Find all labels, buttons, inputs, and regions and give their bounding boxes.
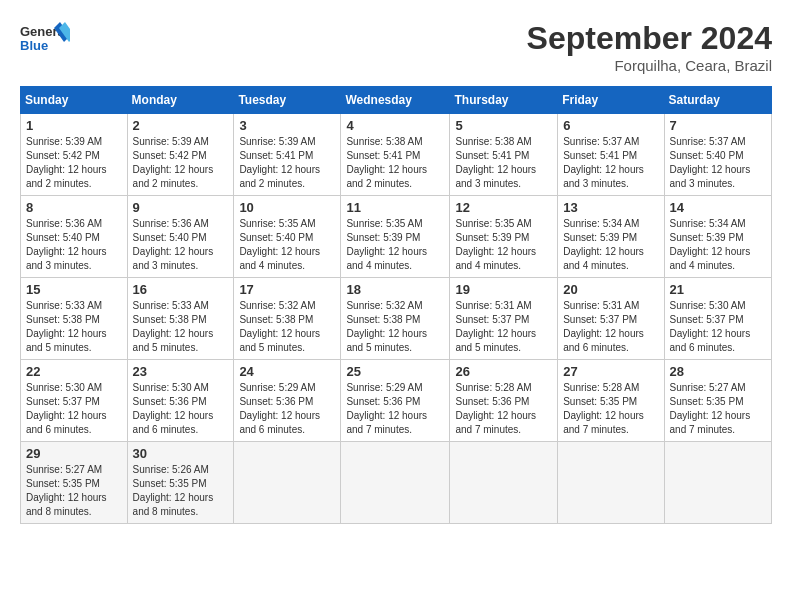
calendar-cell: 12 Sunrise: 5:35 AM Sunset: 5:39 PM Dayl… [450,196,558,278]
col-monday: Monday [127,87,234,114]
calendar-cell: 15 Sunrise: 5:33 AM Sunset: 5:38 PM Dayl… [21,278,128,360]
day-number: 2 [133,118,229,133]
day-info: Sunrise: 5:36 AM Sunset: 5:40 PM Dayligh… [26,217,122,273]
calendar-cell: 5 Sunrise: 5:38 AM Sunset: 5:41 PM Dayli… [450,114,558,196]
logo-svg: General Blue [20,20,70,60]
calendar-week-2: 8 Sunrise: 5:36 AM Sunset: 5:40 PM Dayli… [21,196,772,278]
day-info: Sunrise: 5:35 AM Sunset: 5:40 PM Dayligh… [239,217,335,273]
day-number: 25 [346,364,444,379]
col-sunday: Sunday [21,87,128,114]
day-info: Sunrise: 5:35 AM Sunset: 5:39 PM Dayligh… [455,217,552,273]
calendar-cell: 3 Sunrise: 5:39 AM Sunset: 5:41 PM Dayli… [234,114,341,196]
col-friday: Friday [558,87,664,114]
calendar-cell: 8 Sunrise: 5:36 AM Sunset: 5:40 PM Dayli… [21,196,128,278]
day-info: Sunrise: 5:37 AM Sunset: 5:41 PM Dayligh… [563,135,658,191]
calendar-cell [664,442,771,524]
header: General Blue September 2024 Forquilha, C… [20,20,772,74]
day-number: 3 [239,118,335,133]
day-info: Sunrise: 5:27 AM Sunset: 5:35 PM Dayligh… [670,381,766,437]
day-info: Sunrise: 5:30 AM Sunset: 5:37 PM Dayligh… [26,381,122,437]
day-info: Sunrise: 5:39 AM Sunset: 5:42 PM Dayligh… [26,135,122,191]
location: Forquilha, Ceara, Brazil [527,57,772,74]
day-number: 15 [26,282,122,297]
day-number: 6 [563,118,658,133]
day-number: 5 [455,118,552,133]
title-area: September 2024 Forquilha, Ceara, Brazil [527,20,772,74]
day-number: 13 [563,200,658,215]
day-info: Sunrise: 5:38 AM Sunset: 5:41 PM Dayligh… [346,135,444,191]
calendar-cell [558,442,664,524]
day-number: 30 [133,446,229,461]
day-number: 7 [670,118,766,133]
calendar-cell: 25 Sunrise: 5:29 AM Sunset: 5:36 PM Dayl… [341,360,450,442]
day-info: Sunrise: 5:27 AM Sunset: 5:35 PM Dayligh… [26,463,122,519]
day-info: Sunrise: 5:29 AM Sunset: 5:36 PM Dayligh… [239,381,335,437]
calendar-cell [341,442,450,524]
day-number: 14 [670,200,766,215]
calendar-cell [234,442,341,524]
day-info: Sunrise: 5:37 AM Sunset: 5:40 PM Dayligh… [670,135,766,191]
calendar-cell: 11 Sunrise: 5:35 AM Sunset: 5:39 PM Dayl… [341,196,450,278]
svg-text:Blue: Blue [20,38,48,53]
day-number: 9 [133,200,229,215]
page: General Blue September 2024 Forquilha, C… [0,0,792,534]
day-info: Sunrise: 5:33 AM Sunset: 5:38 PM Dayligh… [26,299,122,355]
day-number: 27 [563,364,658,379]
day-number: 18 [346,282,444,297]
calendar-cell: 10 Sunrise: 5:35 AM Sunset: 5:40 PM Dayl… [234,196,341,278]
day-number: 8 [26,200,122,215]
day-number: 19 [455,282,552,297]
calendar-cell: 6 Sunrise: 5:37 AM Sunset: 5:41 PM Dayli… [558,114,664,196]
day-number: 26 [455,364,552,379]
calendar-cell: 22 Sunrise: 5:30 AM Sunset: 5:37 PM Dayl… [21,360,128,442]
logo: General Blue [20,20,70,60]
day-number: 4 [346,118,444,133]
day-number: 28 [670,364,766,379]
col-wednesday: Wednesday [341,87,450,114]
col-tuesday: Tuesday [234,87,341,114]
calendar-week-5: 29 Sunrise: 5:27 AM Sunset: 5:35 PM Dayl… [21,442,772,524]
calendar-cell: 14 Sunrise: 5:34 AM Sunset: 5:39 PM Dayl… [664,196,771,278]
day-number: 24 [239,364,335,379]
calendar-cell: 28 Sunrise: 5:27 AM Sunset: 5:35 PM Dayl… [664,360,771,442]
calendar-cell: 4 Sunrise: 5:38 AM Sunset: 5:41 PM Dayli… [341,114,450,196]
day-number: 22 [26,364,122,379]
calendar-table: Sunday Monday Tuesday Wednesday Thursday… [20,86,772,524]
calendar-cell: 1 Sunrise: 5:39 AM Sunset: 5:42 PM Dayli… [21,114,128,196]
day-info: Sunrise: 5:39 AM Sunset: 5:42 PM Dayligh… [133,135,229,191]
day-info: Sunrise: 5:32 AM Sunset: 5:38 PM Dayligh… [239,299,335,355]
day-info: Sunrise: 5:36 AM Sunset: 5:40 PM Dayligh… [133,217,229,273]
day-info: Sunrise: 5:38 AM Sunset: 5:41 PM Dayligh… [455,135,552,191]
calendar-cell: 29 Sunrise: 5:27 AM Sunset: 5:35 PM Dayl… [21,442,128,524]
calendar-cell: 2 Sunrise: 5:39 AM Sunset: 5:42 PM Dayli… [127,114,234,196]
day-number: 23 [133,364,229,379]
col-thursday: Thursday [450,87,558,114]
day-info: Sunrise: 5:28 AM Sunset: 5:35 PM Dayligh… [563,381,658,437]
day-info: Sunrise: 5:34 AM Sunset: 5:39 PM Dayligh… [563,217,658,273]
day-number: 21 [670,282,766,297]
calendar-header-row: Sunday Monday Tuesday Wednesday Thursday… [21,87,772,114]
day-info: Sunrise: 5:30 AM Sunset: 5:36 PM Dayligh… [133,381,229,437]
day-number: 11 [346,200,444,215]
calendar-week-1: 1 Sunrise: 5:39 AM Sunset: 5:42 PM Dayli… [21,114,772,196]
day-info: Sunrise: 5:31 AM Sunset: 5:37 PM Dayligh… [563,299,658,355]
day-info: Sunrise: 5:31 AM Sunset: 5:37 PM Dayligh… [455,299,552,355]
calendar-cell: 7 Sunrise: 5:37 AM Sunset: 5:40 PM Dayli… [664,114,771,196]
day-info: Sunrise: 5:32 AM Sunset: 5:38 PM Dayligh… [346,299,444,355]
day-number: 29 [26,446,122,461]
day-info: Sunrise: 5:29 AM Sunset: 5:36 PM Dayligh… [346,381,444,437]
calendar-cell: 16 Sunrise: 5:33 AM Sunset: 5:38 PM Dayl… [127,278,234,360]
day-info: Sunrise: 5:26 AM Sunset: 5:35 PM Dayligh… [133,463,229,519]
day-number: 16 [133,282,229,297]
day-info: Sunrise: 5:34 AM Sunset: 5:39 PM Dayligh… [670,217,766,273]
calendar-cell: 30 Sunrise: 5:26 AM Sunset: 5:35 PM Dayl… [127,442,234,524]
day-info: Sunrise: 5:30 AM Sunset: 5:37 PM Dayligh… [670,299,766,355]
day-number: 1 [26,118,122,133]
calendar-cell [450,442,558,524]
day-info: Sunrise: 5:33 AM Sunset: 5:38 PM Dayligh… [133,299,229,355]
calendar-cell: 21 Sunrise: 5:30 AM Sunset: 5:37 PM Dayl… [664,278,771,360]
day-info: Sunrise: 5:39 AM Sunset: 5:41 PM Dayligh… [239,135,335,191]
calendar-cell: 19 Sunrise: 5:31 AM Sunset: 5:37 PM Dayl… [450,278,558,360]
calendar-cell: 9 Sunrise: 5:36 AM Sunset: 5:40 PM Dayli… [127,196,234,278]
day-number: 10 [239,200,335,215]
